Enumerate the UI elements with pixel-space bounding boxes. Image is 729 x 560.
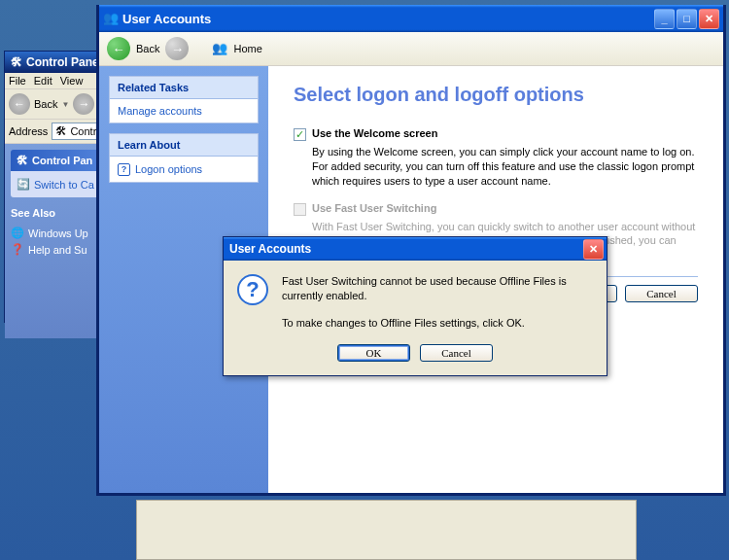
globe-icon bbox=[11, 227, 24, 239]
label-fast-user-switching: Use Fast User Switching bbox=[312, 202, 436, 214]
cp-back-button[interactable]: ← bbox=[9, 93, 30, 115]
address-cp-icon bbox=[55, 125, 67, 137]
question-icon bbox=[118, 162, 130, 176]
home-icon bbox=[212, 41, 227, 56]
user-accounts-title: User Accounts bbox=[122, 12, 211, 26]
minimize-button[interactable]: _ bbox=[654, 9, 675, 29]
option-welcome-screen: ✓ Use the Welcome screen By using the We… bbox=[294, 127, 698, 189]
ua-toolbar: ← Back → Home bbox=[99, 32, 723, 66]
ua-forward-button[interactable]: → bbox=[165, 37, 189, 60]
dialog-titlebar[interactable]: User Accounts ✕ bbox=[224, 237, 607, 261]
label-welcome-screen[interactable]: Use the Welcome screen bbox=[312, 127, 437, 139]
dialog-line1: Fast User Switching cannot be used becau… bbox=[282, 274, 593, 304]
dialog-title: User Accounts bbox=[229, 242, 311, 256]
checkbox-fast-user-switching bbox=[294, 203, 306, 216]
control-panel-icon bbox=[11, 55, 22, 69]
ua-back-label: Back bbox=[136, 43, 159, 54]
maximize-button[interactable]: □ bbox=[677, 9, 697, 29]
desc-welcome-screen: By using the Welcome screen, you can sim… bbox=[312, 145, 698, 189]
menu-view[interactable]: View bbox=[60, 75, 84, 87]
cp-back-chevron-icon[interactable]: ▼ bbox=[61, 100, 69, 109]
menu-edit[interactable]: Edit bbox=[34, 75, 52, 87]
user-accounts-icon bbox=[103, 11, 119, 26]
related-tasks-header: Related Tasks bbox=[110, 77, 258, 99]
control-panel-title: Control Panel bbox=[26, 55, 102, 69]
dialog-body: ? Fast User Switching cannot be used bec… bbox=[224, 261, 607, 344]
user-accounts-titlebar[interactable]: User Accounts _ □ ✕ bbox=[99, 5, 723, 32]
help-icon bbox=[11, 243, 24, 256]
checkbox-welcome-screen[interactable]: ✓ bbox=[294, 128, 306, 141]
link-manage-accounts[interactable]: Manage accounts bbox=[110, 99, 258, 122]
dialog-text: Fast User Switching cannot be used becau… bbox=[282, 274, 593, 331]
dialog-cancel-button[interactable]: Cancel bbox=[420, 344, 493, 362]
dialog-close-button[interactable]: ✕ bbox=[583, 239, 604, 260]
dialog-line2: To make changes to Offline Files setting… bbox=[282, 316, 593, 331]
footer-strip bbox=[136, 500, 637, 560]
cp-back-label: Back bbox=[34, 98, 57, 110]
ua-home-link[interactable]: Home bbox=[233, 43, 261, 54]
learn-about-section: Learn About Logon options bbox=[109, 133, 259, 183]
learn-about-header: Learn About bbox=[110, 134, 258, 157]
dialog-button-row: OK Cancel bbox=[224, 344, 607, 375]
question-mark-icon: ? bbox=[237, 274, 268, 305]
page-heading: Select logon and logoff options bbox=[294, 84, 698, 106]
cancel-button-main[interactable]: Cancel bbox=[625, 285, 698, 302]
dialog-ok-button[interactable]: OK bbox=[337, 344, 410, 362]
related-tasks-section: Related Tasks Manage accounts bbox=[109, 76, 259, 123]
ua-back-button[interactable]: ← bbox=[107, 37, 130, 60]
address-label: Address bbox=[9, 125, 48, 137]
switch-icon bbox=[17, 178, 30, 191]
link-logon-options[interactable]: Logon options bbox=[110, 157, 258, 182]
cp-forward-button[interactable]: → bbox=[73, 93, 94, 115]
close-button[interactable]: ✕ bbox=[699, 9, 719, 29]
menu-file[interactable]: File bbox=[9, 75, 26, 87]
dialog-user-accounts: User Accounts ✕ ? Fast User Switching ca… bbox=[223, 236, 608, 376]
cp-header-icon bbox=[17, 154, 28, 167]
